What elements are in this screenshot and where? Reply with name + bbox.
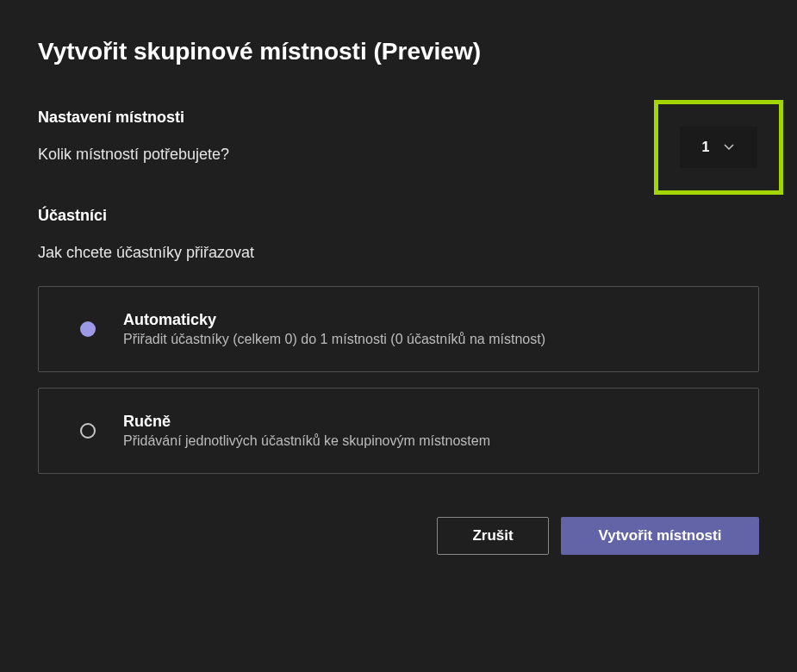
radio-option-manual[interactable]: Ručně Přidávání jednotlivých účastníků k… xyxy=(38,388,759,474)
radio-option-automatic[interactable]: Automaticky Přiřadit účastníky (celkem 0… xyxy=(38,286,759,372)
radio-manual-description: Přidávání jednotlivých účastníků ke skup… xyxy=(123,433,490,449)
participants-title: Účastníci xyxy=(38,207,759,225)
cancel-button[interactable]: Zrušit xyxy=(437,517,549,555)
radio-indicator-unselected-icon xyxy=(80,423,96,439)
dialog-title: Vytvořit skupinové místnosti (Preview) xyxy=(38,38,759,65)
dialog-button-row: Zrušit Vytvořit místnosti xyxy=(38,517,759,555)
room-settings-title: Nastavení místnosti xyxy=(38,109,759,127)
create-button[interactable]: Vytvořit místnosti xyxy=(561,517,759,555)
radio-options-group: Automaticky Přiřadit účastníky (celkem 0… xyxy=(38,286,759,474)
room-settings-section: Nastavení místnosti Kolik místností potř… xyxy=(38,109,759,164)
radio-content: Ručně Přidávání jednotlivých účastníků k… xyxy=(123,413,490,449)
radio-indicator-selected-icon xyxy=(80,321,96,337)
chevron-down-icon xyxy=(723,141,735,153)
room-count-dropdown[interactable]: 1 xyxy=(680,127,757,168)
radio-content: Automaticky Přiřadit účastníky (celkem 0… xyxy=(123,311,545,347)
room-count-value: 1 xyxy=(702,140,710,155)
room-count-question: Kolik místností potřebujete? xyxy=(38,146,229,164)
radio-manual-title: Ručně xyxy=(123,413,490,431)
assign-question: Jak chcete účastníky přiřazovat xyxy=(38,244,759,262)
room-settings-row: Kolik místností potřebujete? 1 xyxy=(38,146,759,164)
radio-automatic-description: Přiřadit účastníky (celkem 0) do 1 místn… xyxy=(123,332,545,347)
participants-section: Účastníci Jak chcete účastníky přiřazova… xyxy=(38,207,759,262)
highlight-annotation: 1 xyxy=(654,100,783,195)
radio-automatic-title: Automaticky xyxy=(123,311,545,329)
